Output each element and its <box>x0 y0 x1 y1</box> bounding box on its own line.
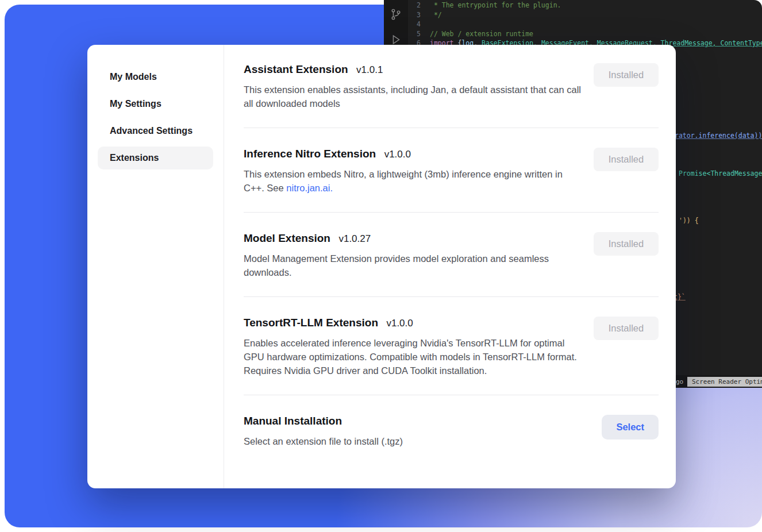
desktop-canvas: 2 * The entrypoint for the plugin. 3 */ … <box>0 0 762 532</box>
extension-description: This extension enables assistants, inclu… <box>244 83 582 110</box>
extension-section-nitro: Inference Nitro Extension v1.0.0 This ex… <box>244 147 659 212</box>
screen-reader-notice[interactable]: Screen Reader Optimize <box>687 377 762 387</box>
installed-button[interactable]: Installed <box>594 148 659 171</box>
extension-name: Inference Nitro Extension <box>244 148 376 160</box>
nitro-jan-ai-link[interactable]: nitro.jan.ai. <box>286 183 333 193</box>
code-fragment: rator.inference(data)); <box>675 132 762 140</box>
extension-info: TensortRT-LLM Extension v1.0.0 Enables a… <box>244 317 582 377</box>
manual-installation-description: Select an extension file to install (.tg… <box>244 434 403 448</box>
installed-button[interactable]: Installed <box>594 317 659 340</box>
extension-section-model: Model Extension v1.0.27 Model Management… <box>244 231 659 296</box>
extension-title-row: TensortRT-LLM Extension v1.0.0 <box>244 317 582 329</box>
code-text: * The entrypoint for the plugin. <box>430 1 561 10</box>
extension-version: v1.0.1 <box>356 64 383 75</box>
extension-description: Model Management Extension provides mode… <box>244 252 582 279</box>
manual-installation-section: Manual Installation Select an extension … <box>244 414 659 465</box>
source-control-icon[interactable] <box>390 8 402 21</box>
section-divider <box>244 128 659 128</box>
extension-name: Assistant Extension <box>244 63 348 75</box>
extension-version: v1.0.27 <box>338 233 371 244</box>
extension-title-row: Inference Nitro Extension v1.0.0 <box>244 148 582 160</box>
sidebar-item-my-settings[interactable]: My Settings <box>98 92 213 115</box>
extension-description: Enables accelerated inference leveraging… <box>244 336 582 377</box>
extension-name: TensortRT-LLM Extension <box>244 317 378 329</box>
extension-version: v1.0.0 <box>386 318 413 329</box>
extension-info: Inference Nitro Extension v1.0.0 This ex… <box>244 148 582 195</box>
settings-modal: My Models My Settings Advanced Settings … <box>87 45 676 488</box>
code-area: 2 * The entrypoint for the plugin. 3 */ … <box>408 0 762 48</box>
extension-section-tensorrt: TensortRT-LLM Extension v1.0.0 Enables a… <box>244 315 659 395</box>
code-line: 5 // Web / extension runtime <box>408 29 762 39</box>
code-fragment: ')) { <box>679 217 699 225</box>
extensions-panel: Assistant Extension v1.0.1 This extensio… <box>224 45 676 488</box>
code-line: 4 <box>408 20 762 29</box>
code-text: */ <box>430 10 442 20</box>
sidebar-item-extensions[interactable]: Extensions <box>98 147 213 169</box>
line-number: 3 <box>408 10 430 20</box>
manual-installation-info: Manual Installation Select an extension … <box>244 415 403 448</box>
extension-title-row: Model Extension v1.0.27 <box>244 232 582 245</box>
installed-button[interactable]: Installed <box>594 63 659 87</box>
settings-sidebar: My Models My Settings Advanced Settings … <box>87 45 224 488</box>
section-divider <box>244 212 659 213</box>
code-line: 3 */ <box>408 10 762 20</box>
select-file-button[interactable]: Select <box>602 415 659 440</box>
line-number: 4 <box>408 20 430 29</box>
code-text: // Web / extension runtime <box>430 29 533 39</box>
extension-info: Model Extension v1.0.27 Model Management… <box>244 232 582 279</box>
run-and-debug-icon[interactable] <box>390 33 402 46</box>
section-divider <box>244 296 659 297</box>
manual-installation-title-row: Manual Installation <box>244 415 403 427</box>
sidebar-item-my-models[interactable]: My Models <box>98 65 213 88</box>
line-number: 5 <box>408 29 430 39</box>
code-line: 2 * The entrypoint for the plugin. <box>408 1 762 10</box>
extension-description: This extension embeds Nitro, a lightweig… <box>244 167 582 195</box>
manual-installation-title: Manual Installation <box>244 415 342 427</box>
extension-section-assistant: Assistant Extension v1.0.1 This extensio… <box>244 62 659 128</box>
extension-name: Model Extension <box>244 232 330 244</box>
extension-info: Assistant Extension v1.0.1 This extensio… <box>244 63 582 110</box>
status-text: go <box>676 378 683 385</box>
installed-button[interactable]: Installed <box>594 232 659 256</box>
extension-title-row: Assistant Extension v1.0.1 <box>244 63 582 76</box>
code-fragment: Promise<ThreadMessage> <box>679 169 762 178</box>
section-divider <box>244 395 659 395</box>
line-number: 2 <box>408 1 430 10</box>
sidebar-item-advanced-settings[interactable]: Advanced Settings <box>98 119 213 142</box>
extension-version: v1.0.0 <box>384 149 411 160</box>
